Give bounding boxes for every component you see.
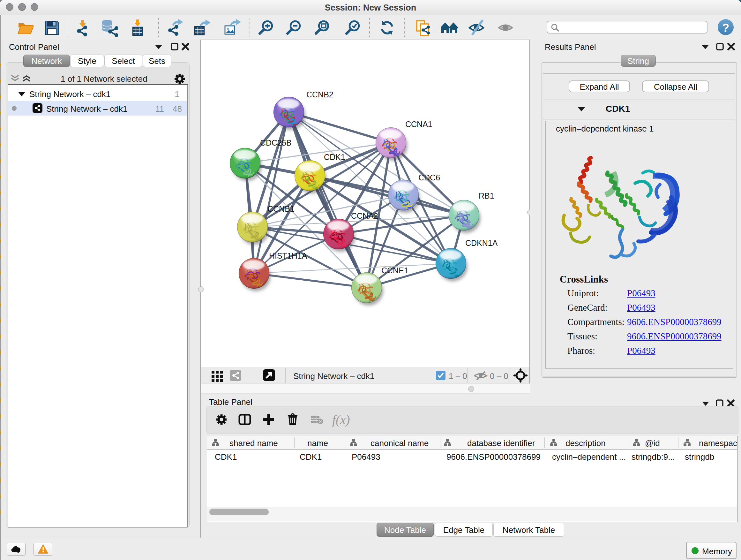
svg-text:CDC25B: CDC25B	[260, 138, 292, 147]
svg-text:CDK1: CDK1	[324, 152, 345, 162]
svg-text:CCNB1: CCNB1	[267, 204, 294, 213]
svg-text:HIST1H1A: HIST1H1A	[269, 251, 307, 260]
svg-text:CDC6: CDC6	[418, 173, 440, 182]
svg-text:CDKN1A: CDKN1A	[465, 239, 498, 247]
svg-text:RB1: RB1	[479, 191, 494, 200]
svg-text:CCNB2: CCNB2	[307, 90, 333, 99]
svg-text:CCNA1: CCNA1	[405, 120, 432, 129]
svg-text:CCNE1: CCNE1	[381, 266, 408, 275]
svg-text:CCNA2: CCNA2	[351, 211, 378, 220]
